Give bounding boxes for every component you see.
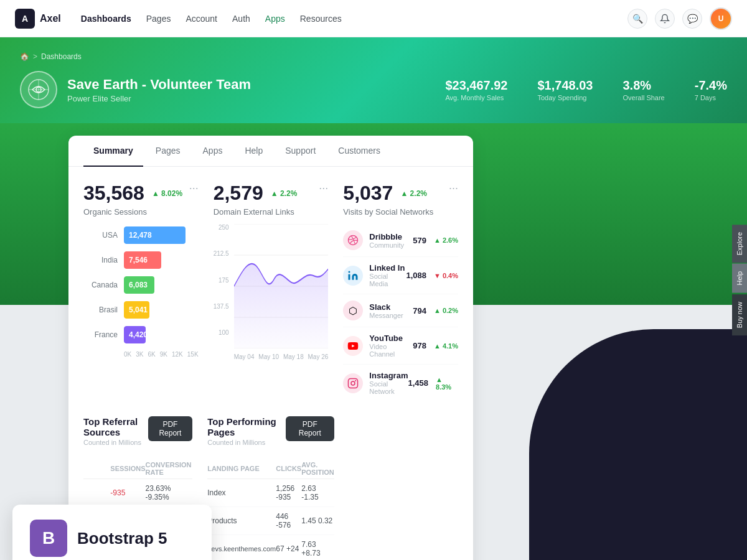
tab-pages[interactable]: Pages [146,136,190,167]
bar-row-india: India 7,546 [83,251,199,269]
banner-stat-3: -7.4% 7 Days [695,78,727,101]
svg-point-11 [349,271,350,273]
help-button[interactable]: Help [732,264,747,293]
youtube-icon [343,336,363,356]
linkedin-icon [343,266,363,286]
banner: 🏠 > Dashboards Save Earth - Volunteer Te… [0,37,747,123]
svg-rect-10 [349,274,350,279]
breadcrumb-page: Dashboards [41,52,82,61]
nav-dashboards[interactable]: Dashboards [81,14,131,24]
top-pages-subtitle: Counted in Millions [207,439,286,446]
page-row-2: devs.keenthemes.com 67 +24 7.63 +8.73 [207,535,334,561]
team-logo [20,71,57,108]
page-row-0: Index 1,256 -935 2.63 -1.35 [207,479,334,507]
tab-apps[interactable]: Apps [193,136,233,167]
top-pages-table: LANDING PAGE CLICKS AVG. POSITION Index … [207,459,334,560]
nav-pages[interactable]: Pages [146,14,171,24]
banner-info: Save Earth - Volunteer Team Power Elite … [67,77,435,103]
tab-customers[interactable]: Customers [328,136,390,167]
explore-button[interactable]: Explore [732,225,747,263]
social-item-slack: ⬡ Slack Messanger 794 ▲ 0.2% [343,294,458,327]
domain-links-change: ▲ 2.2% [268,188,300,199]
referral-pdf-btn[interactable]: PDF Report [148,416,193,441]
domain-links-menu[interactable]: ··· [319,182,328,195]
team-subtitle: Power Elite Seller [67,94,435,103]
dribbble-icon [343,230,363,250]
line-chart-container: 250 212.5 175 137.5 100 [214,224,329,360]
side-buttons: Explore Help Buy now [732,225,747,335]
banner-stat-0: $23,467.92 Avg. Monthly Sales [445,78,507,101]
stats-row: 35,568 ▲ 8.02% Organic Sessions ··· USA … [83,182,458,401]
tab-summary[interactable]: Summary [83,136,143,167]
social-list: Dribbble Community 579 ▲ 2.6% [343,224,458,401]
brand-name: Axel [40,13,61,24]
svg-point-14 [351,381,355,385]
referral-subtitle: Counted in Millions [83,439,148,446]
domain-links-label: Domain External Links [214,207,329,217]
organic-sessions-label: Organic Sessions [83,207,199,217]
social-visits-change: ▲ 2.2% [398,188,430,199]
social-visits-value: 5,037 [343,182,393,205]
tab-help[interactable]: Help [235,136,273,167]
messages-button[interactable]: 💬 [682,9,702,29]
banner-stats: $23,467.92 Avg. Monthly Sales $1,748.03 … [445,78,727,101]
domain-links-value: 2,579 [214,182,263,205]
domain-links-card: 2,579 ▲ 2.2% Domain External Links ··· 2… [214,182,329,401]
social-item-youtube: YouTube Video Channel 978 ▲ 4.1% [343,327,458,365]
bar-row-canada: Canada 6,083 [83,276,199,294]
home-icon: 🏠 [20,52,29,61]
social-item-dribbble: Dribbble Community 579 ▲ 2.6% [343,224,458,257]
social-menu[interactable]: ··· [449,182,458,195]
social-item-instagram: Instagram Social Network 1,458 ▲ 8.3% [343,365,458,401]
top-pages-title: Top Performing Pages [207,416,286,437]
breadcrumb: 🏠 > Dashboards [20,52,727,61]
team-name: Save Earth - Volunteer Team [67,77,435,93]
referral-title: Top Referral Sources [83,416,148,437]
bar-row-france: France 4,420 [83,326,199,343]
banner-stat-1: $1,748.03 Today Spending [538,78,593,101]
bs5-card: B Bootstrap 5 [12,505,212,560]
nav-resources[interactable]: Resources [300,14,342,24]
referral-row-0: -935 23.63% -9.35% [83,479,192,507]
top-pages-section: Top Performing Pages Counted in Millions… [207,416,334,560]
slack-icon: ⬡ [343,301,363,320]
line-chart-svg [234,224,329,348]
nav-apps[interactable]: Apps [265,14,285,24]
logo-icon: A [15,9,35,29]
svg-point-15 [355,380,356,381]
bs5-logo: B [30,520,67,557]
search-button[interactable]: 🔍 [627,9,647,29]
dashboard-card: Summary Pages Apps Help Support Customer… [68,136,473,560]
organic-sessions-menu[interactable]: ··· [189,182,199,195]
bar-row-usa: USA 12,478 [83,226,199,244]
tab-bar: Summary Pages Apps Help Support Customer… [68,136,473,167]
nav-auth[interactable]: Auth [232,14,250,24]
top-nav: A Axel Dashboards Pages Account Auth App… [0,0,747,37]
right-panel [610,123,747,560]
social-visits-label: Visits by Social Networks [343,207,458,217]
organic-sessions-card: 35,568 ▲ 8.02% Organic Sessions ··· USA … [83,182,199,401]
nav-account[interactable]: Account [186,14,217,24]
user-avatar[interactable]: U [710,7,732,30]
top-pages-pdf-btn[interactable]: PDF Report [286,416,334,441]
x-axis: May 04 May 10 May 18 May 26 [234,353,329,360]
y-axis: 250 212.5 175 137.5 100 [214,224,229,348]
instagram-icon [343,373,363,393]
third-section [349,416,458,560]
main-nav: Dashboards Pages Account Auth Apps Resou… [81,14,627,24]
nav-right: 🔍 💬 U [627,7,732,30]
page-row-1: Products 446 -576 1.45 0.32 [207,507,334,535]
bar-axis: 0K 3K 6K 9K 12K 15K [83,351,199,358]
tab-support[interactable]: Support [275,136,326,167]
dashboard-content: 35,568 ▲ 8.02% Organic Sessions ··· USA … [68,167,473,560]
social-networks-card: 5,037 ▲ 2.2% Visits by Social Networks ·… [343,182,458,401]
buy-now-button[interactable]: Buy now [732,294,747,335]
bar-chart: USA 12,478 India 7,546 [83,226,199,358]
logo-area[interactable]: A Axel [15,9,61,29]
bs5-title: Bootstrap 5 [77,529,167,548]
bar-row-brasil: Brasil 5,041 [83,301,199,319]
banner-stat-2: 3.8% Overall Share [622,78,664,101]
organic-sessions-change: ▲ 8.02% [149,188,185,199]
svg-rect-13 [349,378,358,388]
notifications-button[interactable] [655,9,675,29]
